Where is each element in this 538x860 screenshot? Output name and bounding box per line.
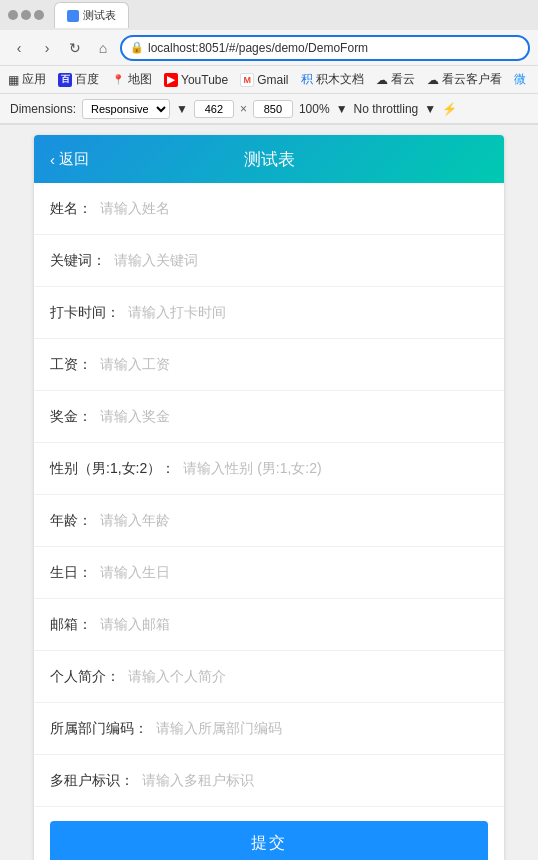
field-birthday-placeholder[interactable]: 请输入生日: [100, 564, 170, 582]
throttle-dropdown-icon: ▼: [424, 102, 436, 116]
mukezhuangban-label: 积木文档: [316, 71, 364, 88]
field-bonus: 奖金： 请输入奖金: [34, 391, 504, 443]
back-button[interactable]: ‹ 返回: [50, 150, 89, 169]
baidu-icon: 百: [58, 73, 72, 87]
address-text: localhost:8051/#/pages/demo/DemoForm: [148, 41, 520, 55]
field-bonus-placeholder[interactable]: 请输入奖金: [100, 408, 170, 426]
address-lock-icon: 🔒: [130, 41, 144, 54]
responsive-select[interactable]: Responsive: [82, 99, 170, 119]
mukezhuangban-icon: 积: [301, 71, 313, 88]
bookmark-apps[interactable]: ▦ 应用: [8, 71, 46, 88]
field-email-placeholder[interactable]: 请输入邮箱: [100, 616, 170, 634]
address-bar[interactable]: 🔒 localhost:8051/#/pages/demo/DemoForm: [120, 35, 530, 61]
network-icon: ⚡: [442, 102, 457, 116]
field-keywords-placeholder[interactable]: 请输入关键词: [114, 252, 198, 270]
field-dept-code-placeholder[interactable]: 请输入所属部门编码: [156, 720, 282, 738]
throttle-label: No throttling: [354, 102, 419, 116]
apps-icon: ▦: [8, 73, 19, 87]
map-label: 地图: [128, 71, 152, 88]
field-keywords: 关键词： 请输入关键词: [34, 235, 504, 287]
field-bio-placeholder[interactable]: 请输入个人简介: [128, 668, 226, 686]
forward-button[interactable]: ›: [36, 37, 58, 59]
bookmark-youtube[interactable]: ▶ YouTube: [164, 73, 228, 87]
devtools-bar: Dimensions: Responsive ▼ × 100% ▼ No thr…: [0, 94, 538, 124]
field-keywords-label: 关键词：: [50, 252, 106, 270]
bookmark-mukezhuangban[interactable]: 积 积木文档: [301, 71, 364, 88]
refresh-button[interactable]: ↻: [64, 37, 86, 59]
field-age-placeholder[interactable]: 请输入年龄: [100, 512, 170, 530]
bookmark-weidian[interactable]: 微: [514, 71, 526, 88]
field-email: 邮箱： 请输入邮箱: [34, 599, 504, 651]
youtube-icon: ▶: [164, 73, 178, 87]
x-separator: ×: [240, 102, 247, 116]
gmail-label: Gmail: [257, 73, 288, 87]
field-tenant-id-label: 多租户标识：: [50, 772, 134, 790]
field-dept-code: 所属部门编码： 请输入所属部门编码: [34, 703, 504, 755]
tab-bar: 测试表: [0, 0, 538, 30]
home-button[interactable]: ⌂: [92, 37, 114, 59]
tab-dot-2: [21, 10, 31, 20]
field-checkin-label: 打卡时间：: [50, 304, 120, 322]
zoom-label: 100%: [299, 102, 330, 116]
field-tenant-id: 多租户标识： 请输入多租户标识: [34, 755, 504, 807]
field-gender-placeholder[interactable]: 请输入性别 (男:1,女:2): [183, 460, 321, 478]
form-card: ‹ 返回 测试表 姓名： 请输入姓名 关键词： 请输入关键词 打卡时间： 请输入…: [34, 135, 504, 860]
dimensions-label: Dimensions:: [10, 102, 76, 116]
youtube-label: YouTube: [181, 73, 228, 87]
active-tab[interactable]: 测试表: [54, 2, 129, 28]
bookmark-shanyun[interactable]: ☁ 看云: [376, 71, 415, 88]
form-body: 姓名： 请输入姓名 关键词： 请输入关键词 打卡时间： 请输入打卡时间 工资： …: [34, 183, 504, 860]
field-name-placeholder[interactable]: 请输入姓名: [100, 200, 170, 218]
page-wrapper: ‹ 返回 测试表 姓名： 请输入姓名 关键词： 请输入关键词 打卡时间： 请输入…: [0, 125, 538, 860]
field-age-label: 年龄：: [50, 512, 92, 530]
browser-chrome: 测试表 ‹ › ↻ ⌂ 🔒 localhost:8051/#/pages/dem…: [0, 0, 538, 125]
field-bonus-label: 奖金：: [50, 408, 92, 426]
tab-dot-3: [34, 10, 44, 20]
devtools-triangle-icon: ▼: [176, 102, 188, 116]
field-checkin-time: 打卡时间： 请输入打卡时间: [34, 287, 504, 339]
tab-controls: [8, 10, 44, 20]
height-input[interactable]: [253, 100, 293, 118]
width-input[interactable]: [194, 100, 234, 118]
wangyun-icon: ☁: [427, 73, 439, 87]
field-name-label: 姓名：: [50, 200, 92, 218]
back-label: 返回: [59, 150, 89, 169]
field-tenant-id-placeholder[interactable]: 请输入多租户标识: [142, 772, 254, 790]
wangyun-label: 看云客户看: [442, 71, 502, 88]
field-birthday: 生日： 请输入生日: [34, 547, 504, 599]
map-icon: 📍: [111, 73, 125, 87]
form-header: ‹ 返回 测试表: [34, 135, 504, 183]
tab-favicon: [67, 10, 79, 22]
field-birthday-label: 生日：: [50, 564, 92, 582]
submit-button[interactable]: 提交: [50, 821, 488, 860]
field-bio: 个人简介： 请输入个人简介: [34, 651, 504, 703]
field-dept-code-label: 所属部门编码：: [50, 720, 148, 738]
back-chevron-icon: ‹: [50, 151, 55, 168]
form-title: 测试表: [50, 148, 488, 171]
field-gender-label: 性别（男:1,女:2）：: [50, 460, 175, 478]
back-button[interactable]: ‹: [8, 37, 30, 59]
bookmark-map[interactable]: 📍 地图: [111, 71, 152, 88]
bookmark-gmail[interactable]: M Gmail: [240, 73, 288, 87]
field-salary-label: 工资：: [50, 356, 92, 374]
field-age: 年龄： 请输入年龄: [34, 495, 504, 547]
field-salary-placeholder[interactable]: 请输入工资: [100, 356, 170, 374]
field-name: 姓名： 请输入姓名: [34, 183, 504, 235]
shanyun-icon: ☁: [376, 73, 388, 87]
gmail-icon: M: [240, 73, 254, 87]
bookmark-wangyun[interactable]: ☁ 看云客户看: [427, 71, 502, 88]
nav-bar: ‹ › ↻ ⌂ 🔒 localhost:8051/#/pages/demo/De…: [0, 30, 538, 66]
tab-dot-1: [8, 10, 18, 20]
baidu-label: 百度: [75, 71, 99, 88]
bookmark-baidu[interactable]: 百 百度: [58, 71, 99, 88]
apps-label: 应用: [22, 71, 46, 88]
field-email-label: 邮箱：: [50, 616, 92, 634]
weidian-icon: 微: [514, 71, 526, 88]
shanyun-label: 看云: [391, 71, 415, 88]
field-gender: 性别（男:1,女:2）： 请输入性别 (男:1,女:2): [34, 443, 504, 495]
bookmarks-bar: ▦ 应用 百 百度 📍 地图 ▶ YouTube M Gmail 积 积木文档 …: [0, 66, 538, 94]
field-checkin-placeholder[interactable]: 请输入打卡时间: [128, 304, 226, 322]
field-bio-label: 个人简介：: [50, 668, 120, 686]
field-salary: 工资： 请输入工资: [34, 339, 504, 391]
devtools-dimensions: Dimensions: Responsive ▼ × 100% ▼ No thr…: [10, 99, 457, 119]
